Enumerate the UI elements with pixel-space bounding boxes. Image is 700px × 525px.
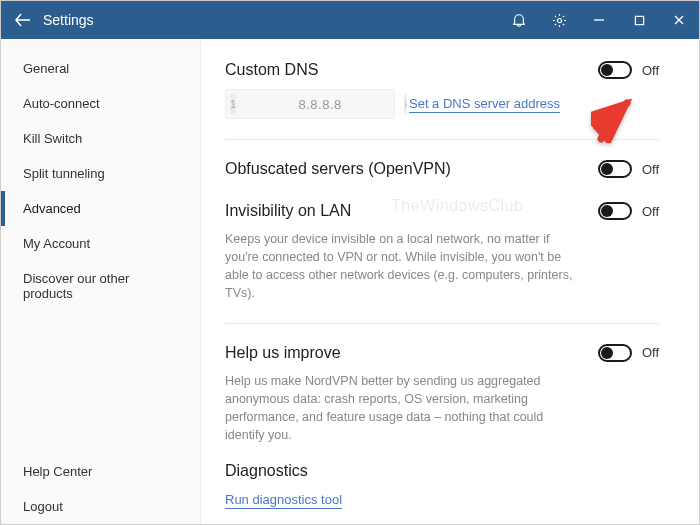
- dns-input[interactable]: [236, 97, 404, 112]
- titlebar: Settings: [1, 1, 699, 39]
- svg-rect-1: [635, 16, 643, 24]
- divider: [225, 323, 659, 324]
- back-button[interactable]: [9, 1, 37, 39]
- sidebar-item-auto-connect[interactable]: Auto-connect: [1, 86, 200, 121]
- obfuscated-toggle[interactable]: [598, 160, 632, 178]
- sidebar-item-split-tunneling[interactable]: Split tunneling: [1, 156, 200, 191]
- main-content: Custom DNS 1 › Set a DNS server address …: [201, 39, 699, 524]
- invisibility-title: Invisibility on LAN: [225, 202, 585, 220]
- custom-dns-toggle-label: Off: [642, 63, 659, 78]
- bell-icon[interactable]: [499, 1, 539, 39]
- gear-icon[interactable]: [539, 1, 579, 39]
- annotation-arrow-icon: [591, 97, 637, 147]
- sidebar-item-my-account[interactable]: My Account: [1, 226, 200, 261]
- dns-input-wrap: 1 ›: [225, 89, 395, 119]
- window-title: Settings: [43, 12, 499, 28]
- sidebar: General Auto-connect Kill Switch Split t…: [1, 39, 201, 524]
- dns-go-button[interactable]: ›: [404, 93, 407, 115]
- custom-dns-toggle[interactable]: [598, 61, 632, 79]
- help-improve-title: Help us improve: [225, 344, 585, 362]
- minimize-button[interactable]: [579, 1, 619, 39]
- maximize-button[interactable]: [619, 1, 659, 39]
- sidebar-item-general[interactable]: General: [1, 51, 200, 86]
- sidebar-item-discover-products[interactable]: Discover our other products: [1, 261, 200, 311]
- sidebar-item-kill-switch[interactable]: Kill Switch: [1, 121, 200, 156]
- help-improve-toggle[interactable]: [598, 344, 632, 362]
- sidebar-item-help-center[interactable]: Help Center: [1, 454, 200, 489]
- help-improve-toggle-label: Off: [642, 345, 659, 360]
- obfuscated-title: Obfuscated servers (OpenVPN): [225, 160, 451, 178]
- help-improve-desc: Help us make NordVPN better by sending u…: [225, 372, 585, 445]
- sidebar-item-advanced[interactable]: Advanced: [1, 191, 200, 226]
- diagnostics-title: Diagnostics: [225, 462, 659, 480]
- invisibility-toggle-label: Off: [642, 204, 659, 219]
- set-dns-link[interactable]: Set a DNS server address: [409, 96, 560, 113]
- titlebar-actions: [499, 1, 699, 39]
- svg-point-0: [557, 18, 561, 22]
- sidebar-item-logout[interactable]: Logout: [1, 489, 200, 524]
- invisibility-desc: Keeps your device invisible on a local n…: [225, 230, 585, 303]
- invisibility-toggle[interactable]: [598, 202, 632, 220]
- custom-dns-title: Custom DNS: [225, 61, 560, 79]
- close-button[interactable]: [659, 1, 699, 39]
- obfuscated-toggle-label: Off: [642, 162, 659, 177]
- run-diagnostics-link[interactable]: Run diagnostics tool: [225, 492, 342, 509]
